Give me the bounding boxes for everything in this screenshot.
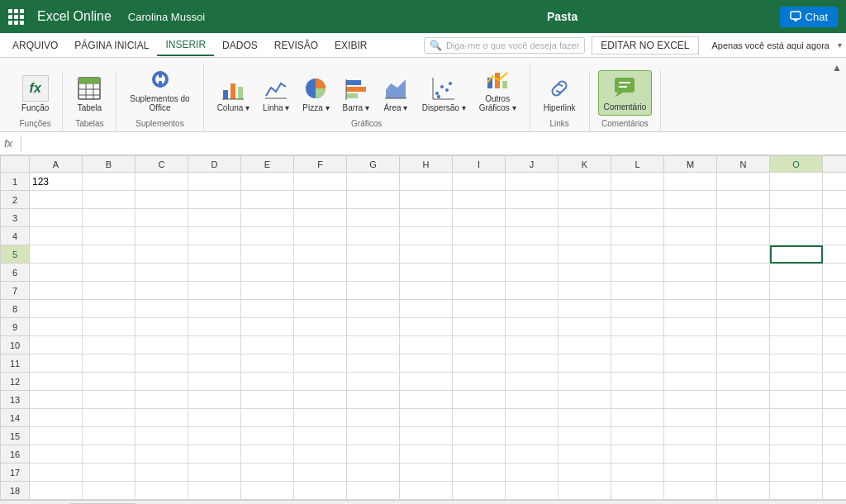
menu-pagina-inicial[interactable]: PÁGINA INICIAL xyxy=(66,36,157,55)
cell-E18[interactable] xyxy=(241,482,294,500)
cell-D5[interactable] xyxy=(188,245,241,264)
cell-I11[interactable] xyxy=(453,354,506,373)
cell-A15[interactable] xyxy=(30,427,83,445)
cell-C10[interactable] xyxy=(135,336,188,354)
cell-O15[interactable] xyxy=(770,427,823,445)
cell-O16[interactable] xyxy=(770,445,823,464)
cell-M11[interactable] xyxy=(664,354,717,373)
cell-P1[interactable] xyxy=(823,173,847,191)
cell-O7[interactable] xyxy=(770,282,823,300)
cell-D18[interactable] xyxy=(188,482,241,500)
cell-K8[interactable] xyxy=(558,300,611,318)
cell-E6[interactable] xyxy=(241,264,294,282)
chat-button[interactable]: Chat xyxy=(780,7,838,27)
cell-N13[interactable] xyxy=(717,391,770,409)
cell-M12[interactable] xyxy=(664,373,717,391)
cell-M3[interactable] xyxy=(664,209,717,227)
cell-L8[interactable] xyxy=(611,300,664,318)
cell-J3[interactable] xyxy=(506,209,558,227)
cell-N5[interactable] xyxy=(717,245,770,264)
cell-I1[interactable] xyxy=(453,173,506,191)
cell-L14[interactable] xyxy=(611,409,664,427)
cell-E17[interactable] xyxy=(241,464,294,482)
cell-N11[interactable] xyxy=(717,354,770,373)
cell-K15[interactable] xyxy=(558,427,611,445)
cell-J16[interactable] xyxy=(506,445,558,464)
cell-M18[interactable] xyxy=(664,482,717,500)
cell-A12[interactable] xyxy=(30,373,83,391)
cell-K12[interactable] xyxy=(558,373,611,391)
cell-L6[interactable] xyxy=(611,264,664,282)
cell-F16[interactable] xyxy=(294,445,347,464)
cell-E10[interactable] xyxy=(241,336,294,354)
cell-D6[interactable] xyxy=(188,264,241,282)
cell-K9[interactable] xyxy=(558,318,611,336)
cell-H4[interactable] xyxy=(400,227,453,245)
col-header-P[interactable]: P xyxy=(823,156,847,173)
cell-O1[interactable] xyxy=(770,173,823,191)
cell-I15[interactable] xyxy=(453,427,506,445)
cell-K16[interactable] xyxy=(558,445,611,464)
cell-K10[interactable] xyxy=(558,336,611,354)
cell-I14[interactable] xyxy=(453,409,506,427)
cell-I13[interactable] xyxy=(453,391,506,409)
cell-H18[interactable] xyxy=(400,482,453,500)
cell-G18[interactable] xyxy=(347,482,400,500)
cell-O8[interactable] xyxy=(770,300,823,318)
cell-G3[interactable] xyxy=(347,209,400,227)
cell-E1[interactable] xyxy=(241,173,294,191)
cell-G14[interactable] xyxy=(347,409,400,427)
cell-H12[interactable] xyxy=(400,373,453,391)
cell-D10[interactable] xyxy=(188,336,241,354)
cell-F8[interactable] xyxy=(294,300,347,318)
cell-E13[interactable] xyxy=(241,391,294,409)
cell-M5[interactable] xyxy=(664,245,717,264)
cell-L13[interactable] xyxy=(611,391,664,409)
cell-P2[interactable] xyxy=(823,191,847,209)
cell-I10[interactable] xyxy=(453,336,506,354)
row-header-1[interactable]: 1 xyxy=(1,173,30,191)
cell-H10[interactable] xyxy=(400,336,453,354)
cell-N3[interactable] xyxy=(717,209,770,227)
cell-H13[interactable] xyxy=(400,391,453,409)
cell-H8[interactable] xyxy=(400,300,453,318)
cell-N10[interactable] xyxy=(717,336,770,354)
cell-K17[interactable] xyxy=(558,464,611,482)
cell-L9[interactable] xyxy=(611,318,664,336)
cell-N2[interactable] xyxy=(717,191,770,209)
cell-I5[interactable] xyxy=(453,245,506,264)
cell-N15[interactable] xyxy=(717,427,770,445)
menu-revisao[interactable]: REVISÃO xyxy=(266,36,326,55)
cell-A8[interactable] xyxy=(30,300,83,318)
cell-L12[interactable] xyxy=(611,373,664,391)
cell-C15[interactable] xyxy=(135,427,188,445)
cell-G2[interactable] xyxy=(347,191,400,209)
cell-B16[interactable] xyxy=(83,445,135,464)
cell-J18[interactable] xyxy=(506,482,558,500)
col-header-I[interactable]: I xyxy=(453,156,506,173)
cell-H16[interactable] xyxy=(400,445,453,464)
cell-O2[interactable] xyxy=(770,191,823,209)
cell-K1[interactable] xyxy=(558,173,611,191)
cell-J12[interactable] xyxy=(506,373,558,391)
menu-arquivo[interactable]: ARQUIVO xyxy=(4,36,66,55)
cell-J5[interactable] xyxy=(506,245,558,264)
cell-N6[interactable] xyxy=(717,264,770,282)
cell-A18[interactable] xyxy=(30,482,83,500)
cell-J14[interactable] xyxy=(506,409,558,427)
cell-F1[interactable] xyxy=(294,173,347,191)
cell-N14[interactable] xyxy=(717,409,770,427)
row-header-12[interactable]: 12 xyxy=(1,373,30,391)
cell-C1[interactable] xyxy=(135,173,188,191)
cell-J7[interactable] xyxy=(506,282,558,300)
row-header-5[interactable]: 5 xyxy=(1,245,30,264)
cell-G6[interactable] xyxy=(347,264,400,282)
cell-C16[interactable] xyxy=(135,445,188,464)
cell-B17[interactable] xyxy=(83,464,135,482)
cell-O9[interactable] xyxy=(770,318,823,336)
cell-P17[interactable] xyxy=(823,464,847,482)
row-header-3[interactable]: 3 xyxy=(1,209,30,227)
cell-B18[interactable] xyxy=(83,482,135,500)
cell-O12[interactable] xyxy=(770,373,823,391)
cell-M2[interactable] xyxy=(664,191,717,209)
